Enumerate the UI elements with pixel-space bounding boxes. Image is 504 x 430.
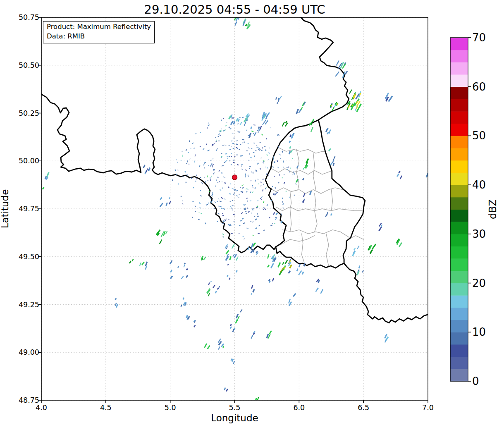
echo-streak xyxy=(166,203,167,206)
echo-streak xyxy=(290,135,291,137)
echo-streak xyxy=(293,294,296,297)
x-tick-label: 7.0 xyxy=(413,404,442,412)
radar-site-marker xyxy=(232,175,237,180)
region-border xyxy=(271,168,332,174)
colorbar-tick-label: 20 xyxy=(472,277,486,289)
echo-streak xyxy=(321,289,323,294)
echo-streak xyxy=(230,327,232,328)
region-border xyxy=(302,234,304,262)
colorbar-band xyxy=(450,197,468,210)
x-tick-label: 4.0 xyxy=(27,404,56,412)
echo-streak xyxy=(400,176,402,179)
echo-streak xyxy=(218,346,220,349)
gridlines xyxy=(41,17,428,400)
echo-streak xyxy=(271,263,273,268)
echo-streak xyxy=(253,331,255,333)
map-layer xyxy=(41,17,429,323)
echo-streak xyxy=(160,240,162,244)
map-canvas xyxy=(0,0,504,430)
echo-streak xyxy=(302,272,303,275)
echo-streak xyxy=(349,90,352,94)
colorbar-band xyxy=(450,111,468,124)
echo-streak xyxy=(372,244,376,249)
echo-streak xyxy=(336,60,339,65)
national-border xyxy=(318,120,365,263)
colorbar-band xyxy=(450,320,468,332)
echo-streak xyxy=(359,266,360,268)
echo-streak xyxy=(329,129,331,134)
y-tick-label: 48.75 xyxy=(14,396,39,404)
echo-streak xyxy=(251,293,251,294)
echo-streak xyxy=(203,257,205,260)
echo-streak xyxy=(227,275,228,276)
echo-streak xyxy=(251,335,253,339)
echo-streak xyxy=(258,127,259,129)
region-border xyxy=(280,236,315,245)
echo-streak xyxy=(285,260,287,264)
x-tick-label: 4.5 xyxy=(91,404,120,412)
echo-streak xyxy=(142,262,144,265)
echo-streak xyxy=(333,163,334,166)
y-tick-label: 49.50 xyxy=(14,253,39,261)
echo-streak xyxy=(299,110,301,113)
region-border xyxy=(279,148,325,153)
echo-streak xyxy=(231,121,233,125)
echo-streak xyxy=(146,265,147,269)
x-tick-label: 5.0 xyxy=(156,404,185,412)
colorbar-band xyxy=(450,62,468,74)
echo-streak xyxy=(146,262,147,266)
region-border xyxy=(296,150,299,190)
echo-streak xyxy=(182,276,184,279)
echo-streak xyxy=(272,278,274,282)
echo-streak xyxy=(370,250,373,253)
echo-streak xyxy=(170,276,172,279)
echo-streak xyxy=(143,165,145,168)
echo-streak xyxy=(289,271,290,273)
echo-streak xyxy=(115,298,117,300)
echo-streak xyxy=(184,263,185,264)
colorbar-band xyxy=(450,258,468,271)
echo-streak xyxy=(362,270,363,272)
colorbar-band xyxy=(450,124,468,136)
colorbar-band xyxy=(450,283,468,296)
echo-streak xyxy=(385,334,387,338)
echo-streak xyxy=(234,121,235,124)
echo-streak xyxy=(335,72,339,76)
echo-streak xyxy=(289,141,291,143)
echo-streak xyxy=(148,168,150,171)
echo-streak xyxy=(236,314,238,318)
colorbar-band xyxy=(450,87,468,99)
y-tick-label: 49.75 xyxy=(14,205,39,213)
echo-streak xyxy=(188,316,189,319)
echo-streak xyxy=(213,285,215,288)
colorbar-band xyxy=(450,295,468,308)
echo-streak xyxy=(286,121,287,124)
echo-streak xyxy=(219,286,220,287)
colorbar-band xyxy=(450,185,468,197)
echo-streak xyxy=(181,305,182,307)
echo-streak xyxy=(397,174,399,177)
echo-streak xyxy=(297,269,298,271)
colorbar-band xyxy=(450,210,468,222)
echo-streak xyxy=(215,291,216,293)
y-tick-label: 49.00 xyxy=(14,348,39,356)
colorbar-tick-label: 50 xyxy=(472,130,486,141)
y-tick-label: 50.50 xyxy=(14,61,39,69)
echo-streak xyxy=(276,217,276,218)
echo-streak xyxy=(253,289,254,292)
colorbar-band xyxy=(450,369,468,381)
colorbar-band xyxy=(450,172,468,185)
echo-streak xyxy=(277,100,279,104)
colorbar-label: dBZ xyxy=(487,189,499,230)
echo-streak xyxy=(260,126,261,129)
colorbar-tick-label: 70 xyxy=(472,32,486,43)
echo-streak xyxy=(233,329,234,332)
y-tick-label: 49.25 xyxy=(14,301,39,309)
echo-streak xyxy=(183,298,184,300)
colorbar-band xyxy=(450,136,468,148)
colorbar-band xyxy=(450,50,468,62)
echo-streak xyxy=(251,127,252,129)
echo-streak xyxy=(178,266,179,268)
echo-streak xyxy=(290,150,292,153)
echo-streak xyxy=(291,134,294,139)
